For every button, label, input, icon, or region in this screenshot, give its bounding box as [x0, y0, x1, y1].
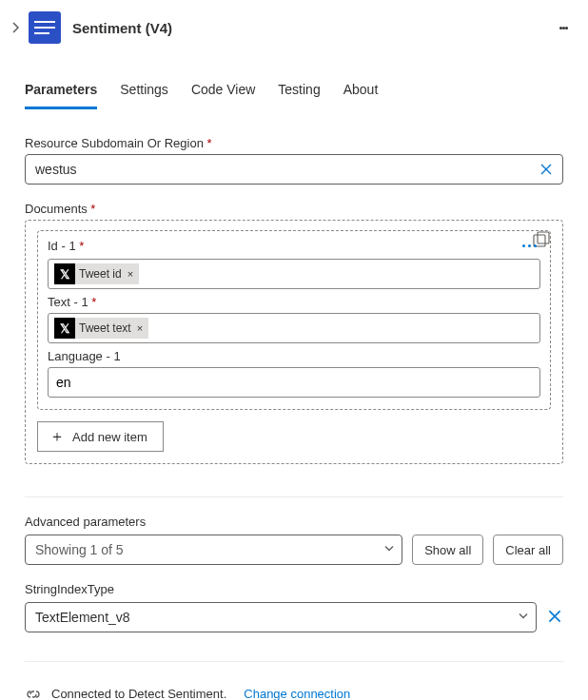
field-text-label: Text - 1 [48, 295, 540, 309]
card-header: Sentiment (V4) [0, 0, 588, 49]
add-new-item-button[interactable]: ＋ Add new item [37, 421, 164, 452]
token-label: Tweet text [79, 321, 131, 335]
stringindextype-select[interactable]: TextElement_v8 [25, 602, 537, 632]
advanced-select[interactable]: Showing 1 of 5 [25, 535, 402, 565]
advanced-label: Advanced parameters [25, 515, 563, 529]
tabs: Parameters Settings Code View Testing Ab… [0, 49, 588, 109]
field-language-input[interactable] [48, 367, 540, 398]
region-label: Resource Subdomain Or Region [25, 136, 563, 150]
advanced-select-value: Showing 1 of 5 [25, 535, 402, 565]
expand-chevron-icon[interactable] [8, 20, 23, 35]
plus-icon: ＋ [49, 429, 65, 444]
region-input-row [25, 154, 563, 185]
token-tweet-text[interactable]: 𝕏 Tweet text × [54, 318, 148, 339]
token-remove-icon[interactable]: × [127, 268, 133, 280]
field-text-input[interactable]: 𝕏 Tweet text × [48, 313, 540, 343]
tab-code-view[interactable]: Code View [191, 82, 255, 109]
svg-rect-1 [34, 27, 55, 29]
token-label: Tweet id [79, 267, 122, 281]
item-menu-button[interactable] [519, 241, 540, 251]
svg-rect-2 [34, 32, 49, 34]
region-input[interactable] [25, 154, 563, 185]
connection-footer: Connected to Detect Sentiment. Change co… [0, 687, 588, 700]
field-id-input[interactable]: 𝕏 Tweet id × [48, 259, 540, 289]
tab-settings[interactable]: Settings [120, 82, 168, 109]
field-language-label: Language - 1 [48, 349, 540, 363]
token-remove-icon[interactable]: × [137, 322, 143, 334]
region-clear-button[interactable] [537, 160, 556, 179]
x-logo-icon: 𝕏 [54, 263, 75, 284]
connection-icon [25, 688, 42, 701]
stringindextype-clear-button[interactable] [546, 608, 563, 628]
documents-item-1: Id - 1 𝕏 Tweet id × Text - 1 𝕏 [37, 230, 551, 410]
card-title: Sentiment (V4) [72, 20, 172, 36]
tab-about[interactable]: About [343, 82, 379, 109]
field-id-label: Id - 1 [48, 239, 84, 253]
tab-testing[interactable]: Testing [278, 82, 320, 109]
svg-rect-0 [34, 21, 55, 23]
change-connection-link[interactable]: Change connection [244, 687, 350, 700]
documents-label: Documents [25, 202, 563, 216]
show-all-button[interactable]: Show all [412, 535, 483, 565]
connector-logo [29, 11, 61, 44]
stringindextype-label: StringIndexType [25, 582, 563, 596]
connection-status-text: Connected to Detect Sentiment. [51, 687, 226, 700]
card-menu-button[interactable] [552, 16, 575, 39]
clear-all-button[interactable]: Clear all [493, 535, 563, 565]
token-tweet-id[interactable]: 𝕏 Tweet id × [54, 263, 139, 284]
add-new-item-label: Add new item [72, 430, 147, 444]
stringindextype-value: TextElement_v8 [25, 602, 537, 632]
documents-array: Id - 1 𝕏 Tweet id × Text - 1 𝕏 [25, 220, 563, 464]
x-logo-icon: 𝕏 [54, 318, 75, 339]
tab-parameters[interactable]: Parameters [25, 82, 97, 109]
